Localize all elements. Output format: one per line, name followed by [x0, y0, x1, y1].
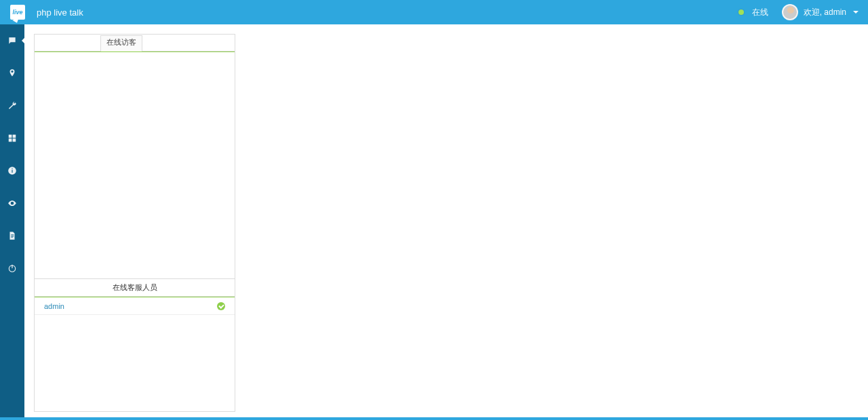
footer-bar — [0, 417, 868, 420]
sidebar-item-apps[interactable] — [0, 130, 24, 146]
info-icon — [7, 166, 17, 175]
sidebar-item-docs[interactable] — [0, 228, 24, 244]
left-panel: 在线访客 在线客服人员 admin — [34, 34, 235, 412]
grid-icon — [7, 133, 17, 143]
sidebar-item-chat[interactable] — [0, 33, 24, 49]
eye-icon — [7, 198, 17, 208]
brand-title: php live talk — [37, 7, 83, 18]
logo-text: live — [12, 9, 22, 16]
document-icon — [7, 231, 17, 240]
wrench-icon — [7, 101, 17, 110]
sidebar-item-power[interactable] — [0, 260, 24, 276]
online-badge-icon — [217, 302, 225, 310]
app-logo[interactable]: live — [5, 0, 30, 24]
agents-empty-space — [35, 315, 235, 411]
agents-header: 在线客服人员 — [35, 278, 235, 296]
chat-icon — [7, 36, 17, 45]
logo-box: live — [10, 5, 25, 20]
sidebar-item-view[interactable] — [0, 195, 24, 211]
agent-row[interactable]: admin — [35, 297, 235, 315]
header-bar: live php live talk 在线 欢迎, admin — [0, 0, 868, 24]
content-area: BOSS 资源 在线访客 在线客服人员 admin — [24, 24, 868, 417]
status-dot-icon — [738, 9, 744, 15]
power-icon — [7, 264, 17, 273]
header-right: 在线 欢迎, admin — [738, 4, 868, 20]
svg-rect-4 — [11, 236, 14, 236]
visitors-section: 在线访客 — [35, 35, 235, 278]
avatar[interactable] — [782, 4, 798, 20]
tab-spacer-left — [35, 35, 100, 51]
svg-rect-3 — [11, 234, 14, 235]
agent-name: admin — [44, 302, 64, 310]
status-text: 在线 — [752, 7, 768, 17]
chevron-down-icon — [853, 11, 859, 14]
svg-rect-1 — [12, 170, 12, 173]
tab-spacer-right — [142, 35, 235, 51]
welcome-text: 欢迎, admin — [804, 7, 846, 18]
sidebar-item-location[interactable] — [0, 65, 24, 81]
pin-icon — [7, 68, 17, 78]
sidebar — [0, 24, 24, 417]
sidebar-item-info[interactable] — [0, 163, 24, 179]
visitors-list — [35, 52, 235, 278]
svg-rect-2 — [12, 169, 12, 169]
svg-rect-5 — [11, 237, 13, 238]
status-indicator[interactable]: 在线 — [738, 7, 768, 18]
user-menu[interactable]: 欢迎, admin — [804, 7, 859, 18]
tab-online-visitors[interactable]: 在线访客 — [100, 35, 142, 51]
visitors-tab-row: 在线访客 — [35, 35, 235, 51]
sidebar-item-settings[interactable] — [0, 98, 24, 114]
